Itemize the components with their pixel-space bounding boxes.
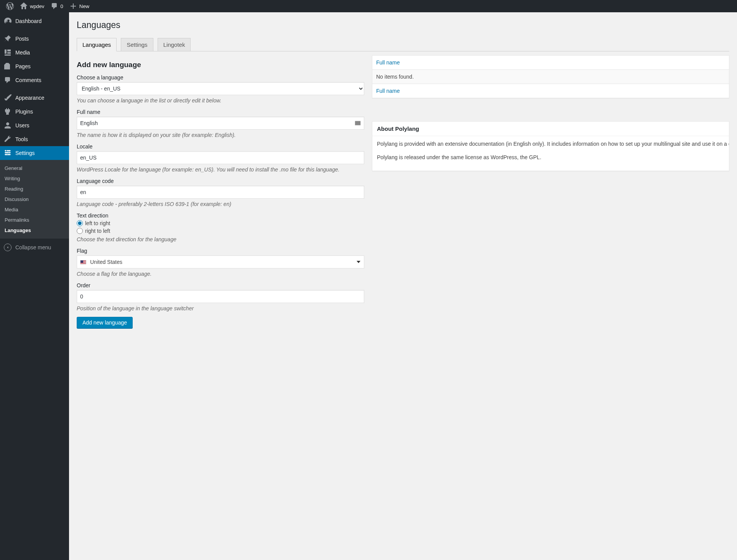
add-language-heading: Add new language	[77, 61, 364, 69]
menu-label: Media	[15, 49, 30, 56]
submenu-general[interactable]: General	[0, 163, 69, 173]
comments-menu[interactable]: 0	[48, 0, 66, 12]
field-fullname: Full name The name is how it is displaye…	[77, 109, 364, 138]
flag-value: United States	[90, 259, 122, 265]
code-help: Language code - preferably 2-letters ISO…	[77, 201, 364, 207]
table-empty-row: No items found.	[372, 70, 729, 84]
page-title: Languages	[77, 20, 729, 30]
menu-current-arrow	[69, 150, 72, 156]
menu-comments[interactable]: Comments	[0, 73, 69, 87]
about-p1: Polylang is provided with an extensive d…	[377, 140, 724, 148]
home-icon	[20, 2, 28, 10]
locale-label: Locale	[77, 143, 364, 150]
table-header-fullname[interactable]: Full name	[372, 56, 729, 70]
order-input[interactable]	[77, 290, 364, 303]
menu-posts[interactable]: Posts	[0, 32, 69, 46]
menu-users[interactable]: Users	[0, 119, 69, 132]
flag-help: Choose a flag for the language.	[77, 271, 364, 277]
field-order: Order Position of the language in the la…	[77, 282, 364, 311]
menu-label: Pages	[15, 63, 31, 69]
media-icon	[4, 49, 12, 56]
order-help: Position of the language in the language…	[77, 305, 364, 311]
field-language-code: Language code Language code - preferably…	[77, 178, 364, 207]
menu-tools[interactable]: Tools	[0, 132, 69, 146]
collapse-label: Collapse menu	[15, 244, 51, 250]
languages-table: Full name No items found. Full name	[372, 55, 729, 98]
comments-count: 0	[61, 3, 63, 9]
menu-label: Users	[15, 122, 30, 128]
code-label: Language code	[77, 178, 364, 184]
choose-language-help: You can choose a language in the list or…	[77, 97, 364, 104]
pages-icon	[4, 63, 12, 70]
menu-appearance[interactable]: Appearance	[0, 91, 69, 105]
collapse-menu[interactable]: Collapse menu	[0, 240, 69, 254]
settings-submenu: General Writing Reading Discussion Media…	[0, 160, 69, 239]
dir-ltr-label: left to right	[85, 220, 110, 226]
menu-settings[interactable]: Settings	[0, 146, 69, 160]
wordpress-logo-icon	[6, 2, 14, 10]
plugin-icon	[4, 108, 12, 115]
new-label: New	[79, 3, 89, 9]
wrench-icon	[4, 135, 12, 143]
field-flag: Flag United States Choose a flag for the…	[77, 248, 364, 277]
dashboard-icon	[4, 17, 12, 25]
dir-rtl-radio[interactable]	[77, 228, 83, 234]
submenu-writing[interactable]: Writing	[0, 173, 69, 184]
menu-label: Settings	[15, 150, 35, 156]
site-name-menu[interactable]: wpdev	[17, 0, 48, 12]
table-footer-fullname[interactable]: Full name	[372, 84, 729, 98]
about-p2: Polylang is released under the same lice…	[377, 153, 724, 161]
submenu-languages[interactable]: Languages	[0, 225, 69, 236]
pin-icon	[4, 35, 12, 43]
menu-label: Tools	[15, 136, 28, 142]
menu-plugins[interactable]: Plugins	[0, 105, 69, 119]
tab-bar: Languages Settings Lingotek	[77, 38, 729, 51]
locale-input[interactable]	[77, 151, 364, 164]
field-text-direction: Text direction left to right right to le…	[77, 212, 364, 242]
flag-us-icon	[80, 260, 86, 264]
dir-ltr-radio[interactable]	[77, 220, 83, 226]
submenu-discussion[interactable]: Discussion	[0, 194, 69, 204]
code-input[interactable]	[77, 186, 364, 199]
tab-settings[interactable]: Settings	[121, 38, 153, 51]
id-card-icon	[354, 120, 361, 127]
submenu-media[interactable]: Media	[0, 204, 69, 215]
admin-menu: Dashboard Posts Media Pages Comments App…	[0, 12, 69, 560]
chevron-down-icon	[357, 261, 360, 263]
about-title: About Polylang	[372, 122, 729, 136]
dir-label: Text direction	[77, 212, 364, 219]
about-polylang-box: About Polylang Polylang is provided with…	[372, 121, 729, 171]
menu-label: Plugins	[15, 109, 33, 115]
menu-label: Dashboard	[15, 18, 42, 24]
wp-logo-menu[interactable]	[3, 0, 17, 12]
site-name-label: wpdev	[30, 3, 44, 9]
submenu-reading[interactable]: Reading	[0, 184, 69, 194]
menu-label: Comments	[15, 77, 41, 83]
dir-rtl-label: right to left	[85, 228, 110, 234]
add-language-button[interactable]: Add new language	[77, 317, 133, 328]
tab-lingotek[interactable]: Lingotek	[158, 38, 191, 51]
menu-pages[interactable]: Pages	[0, 59, 69, 73]
plus-icon	[69, 2, 77, 10]
brush-icon	[4, 94, 12, 102]
order-label: Order	[77, 282, 364, 288]
menu-label: Appearance	[15, 95, 44, 101]
comments-icon	[4, 76, 12, 84]
tab-languages[interactable]: Languages	[77, 38, 117, 51]
choose-language-select[interactable]: English - en_US	[77, 82, 364, 95]
dir-help: Choose the text direction for the langua…	[77, 236, 364, 242]
submenu-permalinks[interactable]: Permalinks	[0, 215, 69, 225]
fullname-help: The name is how it is displayed on your …	[77, 132, 364, 138]
admin-bar: wpdev 0 New	[0, 0, 737, 12]
choose-language-label: Choose a language	[77, 74, 364, 81]
menu-label: Posts	[15, 36, 29, 42]
menu-media[interactable]: Media	[0, 46, 69, 59]
menu-dashboard[interactable]: Dashboard	[0, 14, 69, 28]
field-choose-language: Choose a language English - en_US You ca…	[77, 74, 364, 104]
main-content: Languages Languages Settings Lingotek Ad…	[69, 12, 737, 560]
flag-select[interactable]: United States	[77, 255, 364, 268]
new-content-menu[interactable]: New	[66, 0, 92, 12]
fullname-label: Full name	[77, 109, 364, 115]
fullname-input[interactable]	[77, 117, 364, 130]
comment-icon	[51, 2, 58, 10]
